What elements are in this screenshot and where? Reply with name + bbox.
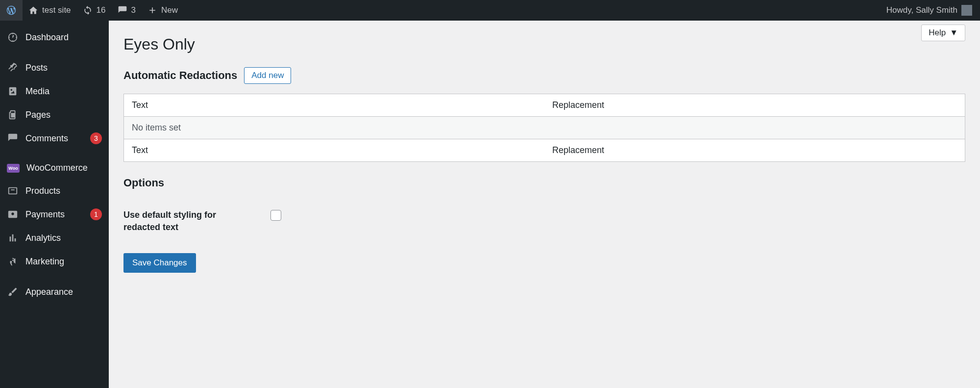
options-title: Options <box>123 177 965 189</box>
main-content: Help ▼ Eyes Only Automatic Redactions Ad… <box>109 21 980 388</box>
marketing-icon <box>7 256 19 267</box>
redactions-table: Text Replacement No items set Text Repla… <box>123 94 965 162</box>
media-icon <box>7 85 19 97</box>
sidebar-item-posts[interactable]: Posts <box>0 56 109 79</box>
my-account-menu[interactable]: Howdy, Sally Smith <box>886 0 975 21</box>
sidebar-item-label: Analytics <box>25 233 102 243</box>
col-replacement-header: Replacement <box>544 94 965 117</box>
section-title: Automatic Redactions <box>123 69 237 82</box>
refresh-icon <box>83 5 93 15</box>
sidebar-item-label: Posts <box>25 63 102 73</box>
add-new-button[interactable]: Add new <box>244 67 291 84</box>
avatar <box>961 5 972 16</box>
appearance-icon <box>7 286 19 298</box>
comment-icon <box>7 132 19 144</box>
admin-toolbar-left: test site 16 3 New <box>0 0 184 21</box>
home-icon <box>28 5 38 15</box>
new-label: New <box>161 5 178 15</box>
help-tab[interactable]: Help ▼ <box>921 25 965 41</box>
section-header-row: Automatic Redactions Add new <box>123 67 965 84</box>
table-row: No items set <box>124 117 965 139</box>
pin-icon <box>7 62 19 74</box>
empty-row-text: No items set <box>124 117 965 139</box>
wp-logo-menu[interactable] <box>0 0 23 21</box>
chevron-down-icon: ▼ <box>950 28 958 38</box>
sidebar-item-payments[interactable]: Payments 1 <box>0 203 109 226</box>
plus-icon <box>147 5 157 15</box>
site-name-menu[interactable]: test site <box>23 0 77 21</box>
option-label: Use default styling for redacted text <box>123 209 251 233</box>
analytics-icon <box>7 232 19 244</box>
sidebar-item-pages[interactable]: Pages <box>0 103 109 127</box>
sidebar-item-label: Appearance <box>25 287 102 297</box>
new-content-menu[interactable]: New <box>142 0 184 21</box>
default-styling-checkbox[interactable] <box>270 210 281 221</box>
updates-count: 16 <box>97 5 106 15</box>
updates-menu[interactable]: 16 <box>77 0 112 21</box>
sidebar-item-label: Comments <box>25 133 83 144</box>
sidebar-item-woocommerce[interactable]: Woo WooCommerce <box>0 157 109 179</box>
payments-badge: 1 <box>90 208 102 220</box>
admin-sidebar: Dashboard Posts Media Pages Comments 3 W… <box>0 21 109 388</box>
save-changes-button[interactable]: Save Changes <box>123 253 196 273</box>
comments-count: 3 <box>131 5 136 15</box>
sidebar-item-dashboard[interactable]: Dashboard <box>0 26 109 49</box>
page-title: Eyes Only <box>123 21 965 53</box>
sidebar-item-label: Media <box>25 86 102 97</box>
sidebar-item-media[interactable]: Media <box>0 79 109 103</box>
sidebar-item-label: Payments <box>25 209 83 220</box>
howdy-text: Howdy, Sally Smith <box>886 5 957 15</box>
sidebar-item-label: Products <box>25 186 102 196</box>
woocommerce-icon: Woo <box>7 164 20 173</box>
comment-icon <box>118 5 127 15</box>
sidebar-item-label: Dashboard <box>25 32 102 43</box>
payments-icon <box>7 208 19 220</box>
col-text-footer: Text <box>124 139 545 162</box>
sidebar-item-comments[interactable]: Comments 3 <box>0 127 109 150</box>
products-icon <box>7 185 19 197</box>
admin-toolbar: test site 16 3 New Howdy, Sally Smith <box>0 0 980 21</box>
table-header-row: Text Replacement <box>124 94 965 117</box>
sidebar-item-label: WooCommerce <box>26 163 102 173</box>
sidebar-item-marketing[interactable]: Marketing <box>0 250 109 273</box>
comments-badge: 3 <box>90 132 102 144</box>
sidebar-item-analytics[interactable]: Analytics <box>0 226 109 250</box>
table-footer-row: Text Replacement <box>124 139 965 162</box>
dashboard-icon <box>7 31 19 43</box>
option-row-default-styling: Use default styling for redacted text <box>123 209 965 233</box>
help-label: Help <box>929 28 946 38</box>
pages-icon <box>7 109 19 121</box>
site-name-label: test site <box>42 5 71 15</box>
sidebar-item-label: Marketing <box>25 257 102 267</box>
sidebar-item-appearance[interactable]: Appearance <box>0 280 109 304</box>
col-replacement-footer: Replacement <box>544 139 965 162</box>
comments-menu[interactable]: 3 <box>112 0 142 21</box>
wordpress-logo-icon <box>6 5 17 16</box>
sidebar-item-products[interactable]: Products <box>0 179 109 203</box>
sidebar-item-label: Pages <box>25 110 102 120</box>
col-text-header: Text <box>124 94 545 117</box>
